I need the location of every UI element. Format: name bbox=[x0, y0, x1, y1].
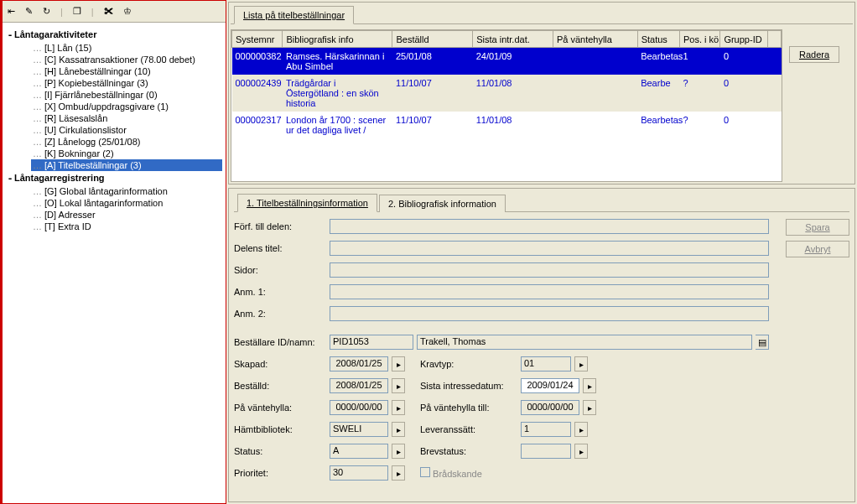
field-anm1 bbox=[330, 284, 769, 299]
spara-button[interactable]: Spara bbox=[786, 219, 849, 236]
radera-button[interactable]: Radera bbox=[789, 46, 839, 63]
tree-item-reg-0[interactable]: [G] Global låntagarinformation bbox=[31, 185, 222, 197]
field-anm2 bbox=[330, 306, 769, 321]
field-delens bbox=[330, 241, 769, 256]
form-left: Förf. till delen: Delens titel: Sidor: A… bbox=[234, 217, 769, 496]
step-brevstatus[interactable]: ▸ bbox=[574, 444, 588, 459]
table-row[interactable]: 000000382Ramses. Härskarinnan i Abu Simb… bbox=[232, 48, 782, 75]
field-kravtyp: 01 bbox=[521, 356, 571, 372]
th-grupp[interactable]: Grupp-ID bbox=[720, 31, 767, 48]
label-bestallare: Beställare ID/namn: bbox=[234, 337, 326, 347]
exit-icon[interactable]: ⇤ bbox=[8, 6, 15, 17]
field-bestallare-namn: Trakell, Thomas bbox=[417, 335, 752, 350]
tree-group-registrering[interactable]: -Låntagarregistrering bbox=[6, 171, 222, 185]
field-bestallare-id: PID1053 bbox=[330, 335, 413, 350]
tree-item-akt-2[interactable]: [H] Lånebeställningar (10) bbox=[31, 65, 222, 77]
tree-item-akt-5[interactable]: [X] Ombud/uppdragsgivare (1) bbox=[31, 101, 222, 112]
field-skapad: 2008/01/25 bbox=[330, 356, 388, 372]
step-skapad[interactable]: ▸ bbox=[392, 356, 405, 372]
field-hamt: SWELI bbox=[330, 422, 388, 437]
avbryt-button[interactable]: Avbryt bbox=[786, 241, 849, 257]
label-status: Status: bbox=[234, 446, 326, 456]
step-hamt[interactable]: ▸ bbox=[392, 422, 405, 437]
copy-icon[interactable]: ❐ bbox=[73, 6, 81, 17]
field-forf bbox=[330, 219, 769, 234]
tab-titelbestallning[interactable]: 1. Titelbeställningsinformation bbox=[237, 194, 377, 212]
field-status: A bbox=[330, 444, 388, 459]
table-row[interactable]: 000002317London år 1700 : scener ur det … bbox=[232, 112, 782, 138]
dropdown-bestallare-icon[interactable]: ▤ bbox=[756, 335, 769, 350]
tree-item-reg-3[interactable]: [T] Extra ID bbox=[31, 221, 222, 232]
step-status[interactable]: ▸ bbox=[392, 444, 405, 459]
step-kravtyp[interactable]: ▸ bbox=[574, 356, 588, 372]
label-prioritet: Prioritet: bbox=[234, 468, 326, 478]
label-anm2: Anm. 2: bbox=[234, 309, 326, 319]
label-pavante: På väntehylla: bbox=[234, 403, 326, 413]
field-prioritet: 30 bbox=[330, 465, 388, 481]
refresh-icon[interactable]: ↻ bbox=[43, 6, 50, 17]
left-panel: ⇤ ✎ ↻ | ❐ | ✀ ♔ -Låntagaraktiviteter [L]… bbox=[0, 0, 226, 504]
label-bestalld: Beställd: bbox=[234, 381, 326, 391]
th-vante[interactable]: På väntehylla bbox=[553, 31, 637, 48]
tab-list[interactable]: Lista på titelbeställningar bbox=[234, 6, 354, 24]
label-hamt: Hämtbibliotek: bbox=[234, 424, 326, 434]
bottom-section: 1. Titelbeställningsinformation 2. Bibli… bbox=[228, 188, 855, 502]
left-toolbar: ⇤ ✎ ↻ | ❐ | ✀ ♔ bbox=[3, 1, 226, 23]
top-section: Lista på titelbeställningar Systemnr Bib… bbox=[228, 2, 855, 184]
th-systemnr[interactable]: Systemnr bbox=[232, 31, 283, 48]
field-bestalld: 2008/01/25 bbox=[330, 378, 388, 393]
step-leverans[interactable]: ▸ bbox=[574, 422, 588, 437]
label-bradskande: Brådskande bbox=[433, 469, 482, 479]
label-forf: Förf. till delen: bbox=[234, 221, 326, 231]
label-skapad: Skapad: bbox=[234, 359, 326, 369]
th-pos[interactable]: Pos. i kö bbox=[680, 31, 720, 48]
step-prioritet[interactable]: ▸ bbox=[392, 465, 405, 481]
top-tabstrip: Lista på titelbeställningar bbox=[231, 4, 853, 24]
step-bestalld[interactable]: ▸ bbox=[392, 378, 405, 393]
table-row[interactable]: 000002439Trädgårdar i Östergötland : en … bbox=[232, 75, 782, 112]
tree-item-akt-9[interactable]: [K] Bokningar (2) bbox=[31, 148, 222, 159]
field-brevstatus bbox=[521, 444, 571, 459]
tree-item-akt-8[interactable]: [Z] Lånelogg (25/01/08) bbox=[31, 136, 222, 148]
label-brevstatus: Brevstatus: bbox=[408, 446, 517, 456]
th-scroll bbox=[767, 31, 781, 48]
tree-item-akt-10[interactable]: [A] Titelbeställningar (3) bbox=[31, 159, 222, 171]
tree-item-akt-0[interactable]: [L] Lån (15) bbox=[31, 42, 222, 54]
field-leverans: 1 bbox=[521, 422, 571, 437]
tree-item-akt-1[interactable]: [C] Kassatransaktioner (78.00 debet) bbox=[31, 54, 222, 65]
pin-icon[interactable]: ✎ bbox=[25, 6, 33, 17]
bottom-tabstrip: 1. Titelbeställningsinformation 2. Bibli… bbox=[234, 192, 849, 212]
label-leverans: Leveranssätt: bbox=[408, 424, 517, 434]
field-sistaint[interactable]: 2009/01/24 bbox=[521, 378, 579, 393]
nav-tree: -Låntagaraktiviteter [L] Lån (15)[C] Kas… bbox=[3, 23, 226, 503]
tree-item-akt-4[interactable]: [I] Fjärrlånebeställningar (0) bbox=[31, 89, 222, 101]
tab-bibliografisk[interactable]: 2. Bibliografisk information bbox=[379, 195, 506, 212]
th-sista[interactable]: Sista intr.dat. bbox=[473, 31, 553, 48]
tree-item-akt-3[interactable]: [P] Kopiebeställningar (3) bbox=[31, 77, 222, 89]
tree-item-akt-6[interactable]: [R] Läsesalslån bbox=[31, 112, 222, 124]
step-sistaint[interactable]: ▸ bbox=[583, 378, 596, 393]
step-pavantetill[interactable]: ▸ bbox=[583, 400, 596, 415]
th-bestalld[interactable]: Beställd bbox=[392, 31, 473, 48]
step-pavante[interactable]: ▸ bbox=[392, 400, 405, 415]
field-sidor bbox=[330, 262, 769, 278]
right-panel: Lista på titelbeställningar Systemnr Bib… bbox=[226, 0, 857, 504]
tree-item-reg-2[interactable]: [D] Adresser bbox=[31, 209, 222, 221]
label-sidor: Sidor: bbox=[234, 265, 326, 275]
label-anm1: Anm. 1: bbox=[234, 287, 326, 297]
bug-icon[interactable]: ✀ bbox=[104, 7, 113, 17]
orders-table: Systemnr Bibliografisk info Beställd Sis… bbox=[231, 29, 782, 182]
checkbox-bradskande bbox=[420, 467, 430, 477]
label-kravtyp: Kravtyp: bbox=[408, 359, 517, 369]
label-sistaint: Sista intressedatum: bbox=[408, 381, 517, 391]
tree-item-akt-7[interactable]: [U] Cirkulationslistor bbox=[31, 124, 222, 136]
label-delens: Delens titel: bbox=[234, 243, 326, 253]
th-biblio[interactable]: Bibliografisk info bbox=[283, 31, 392, 48]
tree-item-reg-1[interactable]: [O] Lokal låntagarinformation bbox=[31, 197, 222, 209]
gift-icon[interactable]: ♔ bbox=[123, 6, 132, 17]
field-pavante: 0000/00/00 bbox=[330, 400, 388, 415]
label-pavantetill: På väntehylla till: bbox=[408, 403, 517, 413]
th-status[interactable]: Status bbox=[637, 31, 679, 48]
tree-group-aktiviteter[interactable]: -Låntagaraktiviteter bbox=[6, 28, 222, 42]
field-pavantetill: 0000/00/00 bbox=[521, 400, 579, 415]
